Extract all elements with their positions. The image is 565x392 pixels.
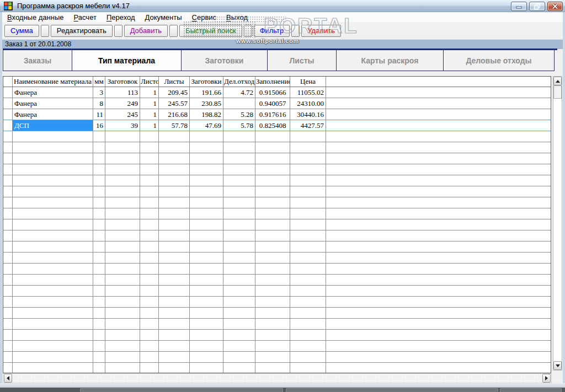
table-cell[interactable] (93, 219, 105, 230)
table-cell[interactable] (3, 98, 13, 109)
table-cell[interactable] (190, 308, 223, 318)
table-cell[interactable]: 245.57 (159, 98, 190, 109)
table-cell[interactable] (290, 352, 326, 362)
table-cell[interactable] (255, 286, 290, 296)
table-cell[interactable] (3, 275, 13, 285)
table-filler-cell[interactable] (326, 175, 551, 186)
table-cell[interactable] (93, 230, 105, 241)
menu-item-5[interactable]: Сервис (187, 13, 222, 22)
table-cell[interactable] (93, 153, 105, 164)
table-cell[interactable] (255, 153, 290, 164)
scroll-up-button[interactable] (553, 77, 562, 85)
table-cell[interactable] (223, 352, 255, 362)
table-cell[interactable] (105, 319, 140, 329)
table-cell[interactable] (105, 241, 140, 252)
table-cell[interactable] (255, 175, 290, 186)
table-cell[interactable] (290, 208, 326, 219)
table-cell[interactable] (290, 219, 326, 230)
table-row[interactable] (3, 308, 551, 319)
table-cell[interactable]: 5.78 (223, 120, 255, 131)
table-cell[interactable] (190, 208, 223, 219)
table-cell[interactable] (223, 363, 255, 373)
table-cell[interactable]: Фанера (13, 87, 93, 98)
table-cell[interactable] (255, 363, 290, 373)
table-cell[interactable] (255, 297, 290, 307)
table-cell[interactable] (223, 341, 255, 351)
table-cell[interactable] (159, 264, 190, 274)
menu-item-3[interactable]: Переход (102, 13, 140, 22)
table-cell[interactable] (105, 363, 140, 373)
table-cell[interactable] (223, 241, 255, 252)
table-cell[interactable] (290, 164, 326, 175)
table-cell[interactable] (255, 352, 290, 362)
table-cell[interactable] (105, 308, 140, 318)
vertical-scrollbar[interactable] (553, 76, 562, 370)
table-cell[interactable] (223, 175, 255, 186)
menu-item-4[interactable]: Документы (140, 13, 187, 22)
table-cell[interactable] (3, 341, 13, 351)
table-cell[interactable] (3, 308, 13, 318)
table-cell[interactable] (93, 264, 105, 274)
table-cell[interactable] (290, 286, 326, 296)
table-cell[interactable] (13, 164, 93, 175)
table-row[interactable] (3, 153, 551, 164)
table-cell[interactable] (93, 253, 105, 263)
table-cell[interactable] (290, 308, 326, 318)
table-cell[interactable] (140, 275, 159, 285)
table-filler-cell[interactable] (326, 87, 551, 98)
table-cell[interactable] (290, 142, 326, 153)
table-cell[interactable] (13, 253, 93, 263)
table-cell[interactable] (105, 164, 140, 175)
taskbar-button[interactable] (500, 388, 562, 392)
table-cell[interactable] (13, 264, 93, 274)
toolbar-spacer-button[interactable] (169, 25, 178, 37)
table-cell[interactable] (13, 275, 93, 285)
table-cell[interactable]: 249 (105, 98, 140, 109)
table-cell[interactable]: Фанера (13, 109, 93, 120)
table-cell[interactable] (93, 286, 105, 296)
table-cell[interactable] (13, 286, 93, 296)
table-cell[interactable] (159, 319, 190, 329)
table-cell[interactable] (190, 319, 223, 329)
table-cell[interactable] (190, 219, 223, 230)
table-cell[interactable] (3, 297, 13, 307)
table-cell[interactable] (140, 297, 159, 307)
table-filler-cell[interactable] (326, 275, 551, 285)
table-cell[interactable] (93, 164, 105, 175)
table-cell[interactable] (290, 297, 326, 307)
table-cell[interactable] (255, 319, 290, 329)
table-cell[interactable] (105, 175, 140, 186)
table-cell[interactable] (93, 341, 105, 351)
table-cell[interactable] (93, 197, 105, 208)
table-cell[interactable] (93, 308, 105, 318)
table-filler-cell[interactable] (326, 341, 551, 351)
table-cell[interactable] (290, 363, 326, 373)
table-filler-cell[interactable] (326, 363, 551, 373)
table-filler-cell[interactable] (326, 308, 551, 318)
table-cell[interactable] (255, 253, 290, 263)
table-cell[interactable] (13, 352, 93, 362)
table-row[interactable] (3, 164, 551, 175)
table-cell[interactable] (190, 341, 223, 351)
table-cell[interactable] (159, 175, 190, 186)
table-cell[interactable] (140, 241, 159, 252)
table-cell[interactable] (93, 142, 105, 153)
table-row[interactable] (3, 341, 551, 352)
table-filler-cell[interactable] (326, 98, 551, 109)
table-row[interactable] (3, 264, 551, 275)
table-cell[interactable] (223, 308, 255, 318)
table-filler-cell[interactable] (326, 164, 551, 175)
horizontal-scrollbar[interactable] (3, 373, 552, 383)
toolbar-spacer-button[interactable] (291, 25, 300, 37)
table-cell[interactable] (190, 275, 223, 285)
table-cell[interactable] (190, 153, 223, 164)
menu-item-6[interactable]: Выход (221, 13, 253, 22)
table-cell[interactable] (255, 275, 290, 285)
table-cell[interactable] (255, 164, 290, 175)
table-cell[interactable] (140, 142, 159, 153)
table-filler-cell[interactable] (326, 241, 551, 252)
table-cell[interactable] (13, 330, 93, 340)
table-filler-cell[interactable] (326, 297, 551, 307)
table-cell[interactable] (190, 297, 223, 307)
table-cell[interactable] (190, 197, 223, 208)
